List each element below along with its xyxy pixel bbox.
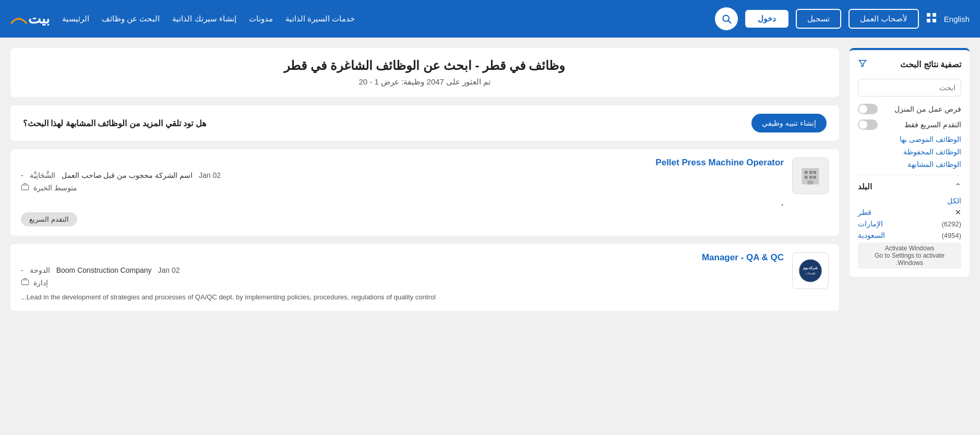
company-logo-boom: شركة بوم للإنشاءات xyxy=(792,252,829,289)
alert-box: إنشاء تنبيه وظيفي هل تود تلقي المزيد من … xyxy=(10,105,839,141)
activate-windows-subtext: Go to Settings to activate Windows. xyxy=(861,252,958,267)
briefcase-icon xyxy=(21,183,29,193)
job-company: اسم الشركة محجوب من قبل صاحب العمل xyxy=(62,171,193,179)
toggle-wfh-label: فرص عمل من المنزل xyxy=(894,105,961,113)
quick-apply-button[interactable]: التقدم السريع xyxy=(21,212,77,226)
saudi-count: (4954) xyxy=(941,232,961,239)
svg-rect-13 xyxy=(814,176,817,179)
activate-windows-text: Activate Windows xyxy=(861,245,958,252)
uae-country-row: (6292) الإمارات xyxy=(858,220,961,228)
svg-rect-11 xyxy=(805,176,808,179)
job-description: ...Lead in the development of strategies… xyxy=(21,292,784,303)
login-button[interactable]: دخول xyxy=(745,10,788,28)
job-dot: . xyxy=(21,196,784,208)
svg-point-16 xyxy=(799,259,822,282)
svg-rect-8 xyxy=(805,171,808,174)
job-title[interactable]: Pellet Press Machine Operator xyxy=(21,158,784,168)
page-header: وظائف في قطر - ابحث عن الوظائف الشاغرة ف… xyxy=(10,48,839,97)
job-meta-row: Jan 02 اسم الشركة محجوب من قبل صاحب العم… xyxy=(21,171,784,179)
filter-icon xyxy=(858,58,867,70)
briefcase-icon-2 xyxy=(21,277,29,288)
svg-rect-2 xyxy=(927,19,930,22)
nav-link-create-cv[interactable]: إنشاء سيرتك الذاتية xyxy=(172,14,236,23)
sidebar-link-similar[interactable]: الوظائف المشابهة xyxy=(858,160,961,168)
nav-link-home[interactable]: الرئيسية xyxy=(62,14,89,23)
create-alert-button[interactable]: إنشاء تنبيه وظيفي xyxy=(751,114,827,132)
main-container: تصفية نتائج البحث فرص عمل من المنزل التق… xyxy=(0,38,980,435)
results-count: تم العثور على 2047 وظيفة: عرض 1 - 20 xyxy=(26,77,823,87)
job-location-2: الدوحة xyxy=(30,266,50,274)
job-meta-row-2: Jan 02 Boom Construction Company الدوحة … xyxy=(21,266,784,274)
sidebar-link-recommended[interactable]: الوظائف الموصى بها xyxy=(858,135,961,143)
saudi-country-row: (4954) السعودية xyxy=(858,231,961,239)
country-saudi-link[interactable]: السعودية xyxy=(858,231,885,239)
svg-rect-3 xyxy=(933,19,936,22)
country-uae-link[interactable]: الإمارات xyxy=(858,220,883,228)
uae-count: (6292) xyxy=(941,220,961,228)
svg-rect-12 xyxy=(809,176,812,179)
job-card-bottom xyxy=(21,226,829,227)
chevron-up-icon[interactable]: ⌃ xyxy=(954,182,961,191)
country-qatar-link[interactable]: قطر xyxy=(858,208,871,216)
grid-icon[interactable] xyxy=(926,13,937,26)
svg-rect-1 xyxy=(933,13,936,17)
sidebar-link-saved[interactable]: الوظائف المحفوظة xyxy=(858,148,961,156)
job-date: Jan 02 xyxy=(199,171,221,179)
toggle-wfh-switch[interactable] xyxy=(858,104,878,114)
nav-link-job-search[interactable]: البحث عن وظائف xyxy=(102,14,160,23)
svg-line-5 xyxy=(728,21,731,23)
job-exp-row-2: إدارة xyxy=(21,277,784,288)
page-title: وظائف في قطر - ابحث عن الوظائف الشاغرة ف… xyxy=(26,58,823,73)
toggle-quick-apply-switch[interactable] xyxy=(858,119,878,130)
job-card: Pellet Press Machine Operator Jan 02 اسم… xyxy=(10,149,839,236)
job-title-2[interactable]: Manager - QA & QC xyxy=(21,252,784,263)
sidebar-title-text: تصفية نتائج البحث xyxy=(900,59,961,69)
divider xyxy=(858,175,961,175)
building-icon xyxy=(799,164,822,187)
job-experience-2: إدارة xyxy=(33,279,48,287)
navbar-right-section: خدمات السيرة الذاتية مدونات إنشاء سيرتك … xyxy=(10,11,355,27)
toggle-wfh-row: فرص عمل من المنزل xyxy=(858,104,961,114)
svg-rect-0 xyxy=(927,13,930,17)
search-button[interactable] xyxy=(715,7,738,30)
sidebar-title: تصفية نتائج البحث xyxy=(858,58,961,70)
job-exp-row: متوسط الخبرة xyxy=(21,183,784,193)
svg-text:شركة بوم: شركة بوم xyxy=(803,266,818,270)
site-logo[interactable]: بيت xyxy=(10,11,50,27)
svg-rect-15 xyxy=(21,185,28,190)
register-button[interactable]: تسجيل xyxy=(796,9,841,29)
svg-marker-6 xyxy=(859,61,866,67)
navbar: English لأصحاب العمل تسجيل دخول خدمات ال… xyxy=(0,0,980,38)
job-experience: متوسط الخبرة xyxy=(33,184,77,192)
nav-link-cv-services[interactable]: خدمات السيرة الذاتية xyxy=(285,14,355,23)
job-info: Pellet Press Machine Operator Jan 02 اسم… xyxy=(21,158,784,226)
toggle-quick-apply-row: التقدم السريع فقط xyxy=(858,119,961,130)
search-filter-input[interactable] xyxy=(858,79,961,96)
country-section-title: البلد xyxy=(858,182,872,191)
employer-button[interactable]: لأصحاب العمل xyxy=(848,9,919,29)
navbar-left-section: English لأصحاب العمل تسجيل دخول xyxy=(715,7,970,30)
job-card-inner: Pellet Press Machine Operator Jan 02 اسم… xyxy=(21,158,829,226)
alert-question-text: هل تود تلقي المزيد من الوظائف المشابهة ل… xyxy=(23,118,206,128)
country-section-header: ⌃ البلد xyxy=(858,182,961,191)
job-info-2: Manager - QA & QC Jan 02 Boom Constructi… xyxy=(21,252,784,303)
country-all-link[interactable]: الكل xyxy=(858,197,961,205)
job-card-2: شركة بوم للإنشاءات Manager - QA & QC Jan… xyxy=(10,244,839,311)
job-card-inner-2: شركة بوم للإنشاءات Manager - QA & QC Jan… xyxy=(21,252,829,303)
boom-logo-icon: شركة بوم للإنشاءات xyxy=(797,258,823,284)
english-language-btn[interactable]: English xyxy=(944,15,970,23)
svg-text:للإنشاءات: للإنشاءات xyxy=(805,272,816,275)
logo-curve-icon xyxy=(10,14,27,24)
content-area: وظائف في قطر - ابحث عن الوظائف الشاغرة ف… xyxy=(10,48,839,435)
filter-sidebar: تصفية نتائج البحث فرص عمل من المنزل التق… xyxy=(850,48,970,277)
qatar-country-row: ✕ قطر xyxy=(858,208,961,216)
svg-rect-9 xyxy=(809,171,812,174)
svg-rect-19 xyxy=(21,280,28,285)
activate-windows-notice: Activate Windows Go to Settings to activ… xyxy=(858,243,961,269)
job-company-2: Boom Construction Company xyxy=(56,266,152,274)
toggle-quick-apply-label: التقدم السريع فقط xyxy=(904,120,961,129)
remove-qatar-icon[interactable]: ✕ xyxy=(955,208,961,216)
job-date-2: Jan 02 xyxy=(158,266,180,274)
nav-link-blog[interactable]: مدونات xyxy=(249,14,273,23)
svg-rect-10 xyxy=(814,171,817,174)
